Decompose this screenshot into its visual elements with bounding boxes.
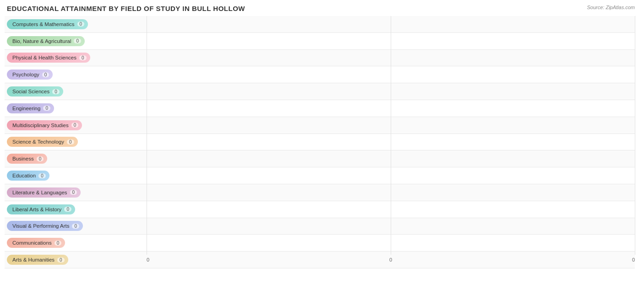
bar-row: Engineering0 — [5, 100, 635, 117]
bar-pill-value: 0 — [64, 207, 71, 212]
x-axis: 0 0 0 — [147, 255, 635, 268]
bar-row: Physical & Health Sciences0 — [5, 50, 635, 67]
bars-section: Computers & Mathematics0Bio, Nature & Ag… — [5, 16, 635, 268]
chart-title: EDUCATIONAL ATTAINMENT BY FIELD OF STUDY… — [5, 5, 635, 12]
bar-pill-label: Education — [12, 173, 36, 178]
bar-pill-label: Physical & Health Sciences — [12, 55, 76, 60]
bar-pill: Literature & Languages0 — [7, 187, 81, 198]
bar-row: Social Sciences0 — [5, 83, 635, 100]
bar-pill: Science & Technology0 — [7, 137, 78, 147]
bar-graphic-area — [147, 157, 635, 160]
bar-row: Psychology0 — [5, 66, 635, 83]
bar-pill: Liberal Arts & History0 — [7, 204, 75, 214]
bar-pill-label: Science & Technology — [12, 139, 64, 144]
x-axis-label-2: 0 — [632, 257, 635, 262]
bar-label-area: Visual & Performing Arts0 — [5, 220, 147, 232]
bar-pill: Multidisciplinary Studies0 — [7, 120, 82, 130]
bar-row: Computers & Mathematics0 — [5, 16, 635, 33]
bar-pill: Physical & Health Sciences0 — [7, 53, 90, 63]
bar-pill: Engineering0 — [7, 103, 54, 113]
chart-area: Computers & Mathematics0Bio, Nature & Ag… — [5, 16, 635, 268]
bar-row: Bio, Nature & Agricultural0 — [5, 33, 635, 50]
bar-pill-value: 0 — [55, 241, 62, 246]
bar-pill-label: Business — [12, 156, 34, 161]
bar-pill: Business0 — [7, 154, 47, 164]
bar-pill-value: 0 — [57, 257, 65, 262]
bar-label-area: Science & Technology0 — [5, 136, 147, 148]
bar-pill: Psychology0 — [7, 70, 53, 80]
bar-pill-label: Multidisciplinary Studies — [12, 123, 69, 128]
bar-label-area: Literature & Languages0 — [5, 187, 147, 198]
bar-row: Visual & Performing Arts0 — [5, 218, 635, 235]
bar-graphic-area — [147, 174, 635, 177]
bar-graphic-area — [147, 90, 635, 93]
bar-pill-value: 0 — [71, 123, 79, 128]
bar-pill-label: Social Sciences — [12, 89, 49, 94]
bar-pill: Communications0 — [7, 238, 65, 248]
bar-row: Communications0 — [5, 235, 635, 252]
bar-pill-label: Visual & Performing Arts — [12, 223, 69, 229]
bar-pill: Arts & Humanities0 — [7, 255, 68, 265]
bar-graphic-area — [147, 208, 635, 211]
bar-pill-label: Psychology — [12, 72, 39, 77]
bar-pill: Bio, Nature & Agricultural0 — [7, 36, 85, 46]
bar-graphic-area — [147, 225, 635, 227]
bar-pill-label: Liberal Arts & History — [12, 207, 61, 212]
bar-label-area: Bio, Nature & Agricultural0 — [5, 35, 147, 47]
bar-label-area: Liberal Arts & History0 — [5, 203, 147, 215]
bar-graphic-area — [147, 191, 635, 194]
bar-row: Literature & Languages0 — [5, 184, 635, 201]
bar-pill-label: Computers & Mathematics — [12, 21, 75, 27]
bar-label-area: Computers & Mathematics0 — [5, 18, 147, 30]
bar-graphic-area — [147, 23, 635, 26]
bar-row: Liberal Arts & History0 — [5, 201, 635, 218]
bar-row: Business0 — [5, 150, 635, 167]
bar-graphic-area — [147, 73, 635, 76]
bar-pill-value: 0 — [37, 156, 44, 161]
bar-pill-label: Bio, Nature & Agricultural — [12, 38, 71, 44]
bar-graphic-area — [147, 140, 635, 143]
bar-label-area: Psychology0 — [5, 69, 147, 80]
chart-container: EDUCATIONAL ATTAINMENT BY FIELD OF STUDY… — [0, 0, 644, 289]
bar-pill-value: 0 — [77, 21, 85, 27]
bar-pill: Social Sciences0 — [7, 86, 63, 96]
bar-pill-value: 0 — [79, 55, 87, 60]
bar-pill-label: Communications — [12, 240, 52, 246]
x-axis-label-1: 0 — [389, 257, 392, 262]
bar-pill-value: 0 — [74, 38, 81, 43]
bar-label-area: Physical & Health Sciences0 — [5, 52, 147, 64]
bar-row: Multidisciplinary Studies0 — [5, 117, 635, 134]
bar-label-area: Social Sciences0 — [5, 86, 147, 97]
bar-pill: Computers & Mathematics0 — [7, 19, 88, 29]
bar-pill-value: 0 — [70, 190, 77, 195]
bar-pill-label: Arts & Humanities — [12, 257, 55, 262]
bar-label-area: Multidisciplinary Studies0 — [5, 119, 147, 131]
bar-pill-label: Literature & Languages — [12, 190, 67, 195]
bar-pill-value: 0 — [43, 106, 50, 111]
bar-label-area: Education0 — [5, 170, 147, 182]
bar-label-area: Communications0 — [5, 237, 147, 249]
bar-label-area: Arts & Humanities0 — [5, 254, 147, 266]
bar-pill: Education0 — [7, 171, 49, 181]
bar-pill-value: 0 — [42, 72, 49, 77]
bar-label-area: Engineering0 — [5, 102, 147, 114]
bar-pill-value: 0 — [72, 224, 79, 229]
bar-pill: Visual & Performing Arts0 — [7, 221, 83, 231]
bar-pill-value: 0 — [67, 139, 74, 144]
bar-pill-value: 0 — [52, 89, 60, 94]
bar-graphic-area — [147, 241, 635, 244]
bar-label-area: Business0 — [5, 153, 147, 165]
bar-row: Education0 — [5, 167, 635, 184]
x-axis-label-0: 0 — [147, 257, 149, 262]
source-label: Source: ZipAtlas.com — [587, 5, 635, 10]
bar-graphic-area — [147, 124, 635, 127]
bar-graphic-area — [147, 40, 635, 43]
bar-pill-value: 0 — [38, 173, 46, 178]
grid-line-100 — [635, 16, 635, 255]
bar-row: Science & Technology0 — [5, 134, 635, 151]
bar-graphic-area — [147, 56, 635, 59]
bar-graphic-area — [147, 107, 635, 110]
bar-pill-label: Engineering — [12, 106, 40, 111]
